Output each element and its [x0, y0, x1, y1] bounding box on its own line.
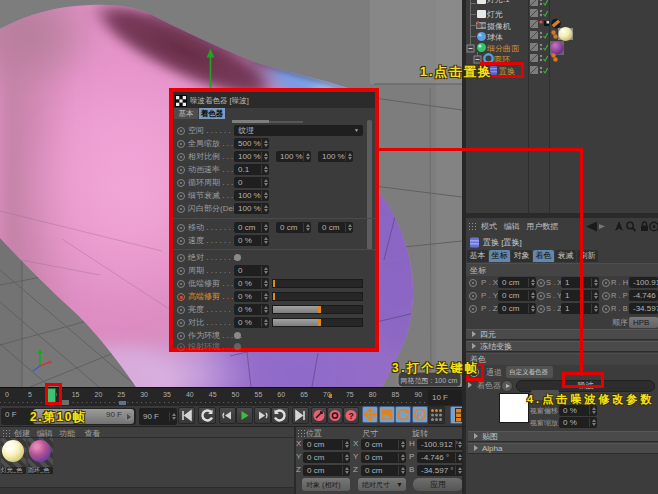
- svg-text:球体: 球体: [487, 33, 503, 42]
- svg-text:?: ?: [348, 411, 353, 421]
- svg-text:灯光: 灯光: [486, 10, 503, 19]
- svg-text:P: P: [417, 411, 423, 420]
- svg-text:灯光.1: 灯光.1: [486, 0, 510, 4]
- svg-text:网格范围 : 100 cm: 网格范围 : 100 cm: [401, 377, 458, 385]
- svg-text:细分曲面: 细分曲面: [487, 44, 520, 53]
- svg-text:摄像机: 摄像机: [486, 22, 511, 31]
